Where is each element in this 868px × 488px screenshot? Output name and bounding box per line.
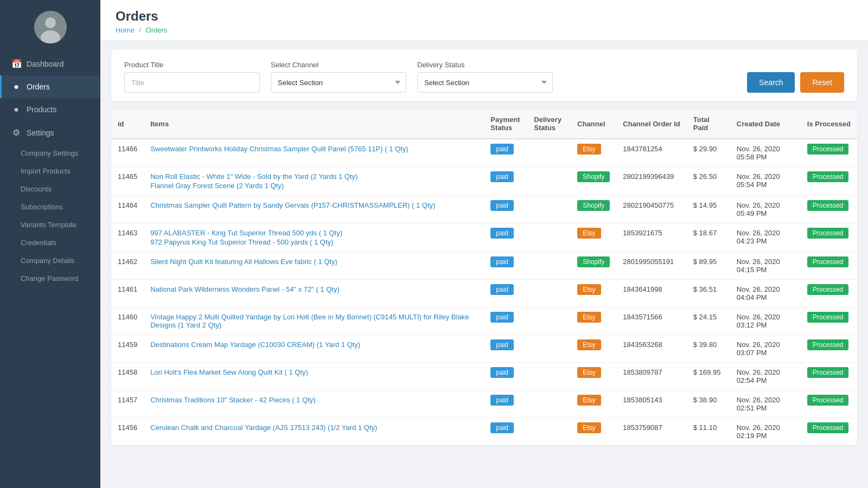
order-items: Vintage Happy 2 Multi Quilted Yardage by… xyxy=(144,307,484,335)
item-link[interactable]: 972 Papyrus King Tut Superior Thread - 5… xyxy=(150,238,477,246)
channel-badge-cell: Etsy xyxy=(571,307,616,335)
channel-order-id: 1843781254 xyxy=(616,139,686,167)
total-paid: $ 14.95 xyxy=(687,196,730,223)
is-processed: Processed xyxy=(801,139,857,167)
table-row: 11457 Christmas Traditions 10" Stacker -… xyxy=(111,390,857,418)
is-processed: Processed xyxy=(801,223,857,252)
sidebar-sub-company-settings[interactable]: Company Settings xyxy=(0,144,100,162)
sidebar-label-settings: Settings xyxy=(27,129,54,137)
channel-badge: Etsy xyxy=(577,312,601,323)
item-link[interactable]: Christmas Traditions 10" Stacker - 42 Pi… xyxy=(150,396,477,404)
channel-badge: Shopify xyxy=(577,200,610,211)
payment-status: paid xyxy=(484,252,527,280)
order-items: Christmas Traditions 10" Stacker - 42 Pi… xyxy=(144,390,484,418)
select-channel-label: Select Channel xyxy=(271,61,406,69)
item-link[interactable]: Flannel Gray Forest Scene (2 Yards 1 Qty… xyxy=(150,182,477,190)
items-cell: Christmas Sampler Quilt Pattern by Sandy… xyxy=(150,201,477,209)
sidebar-item-dashboard[interactable]: 📅 Dashboard xyxy=(0,52,100,75)
select-channel-dropdown[interactable]: Select Section xyxy=(271,72,406,93)
sidebar-item-settings[interactable]: ⚙ Settings xyxy=(0,121,100,144)
payment-badge: paid xyxy=(490,367,514,378)
filter-delivery-status: Delivery Status Select Section xyxy=(417,61,553,93)
product-title-label: Product Title xyxy=(124,61,260,69)
main-content: Orders Home / Orders Product Title Selec… xyxy=(100,0,868,488)
is-processed: Processed xyxy=(801,390,857,418)
payment-status: paid xyxy=(484,167,527,196)
item-link[interactable]: Vintage Happy 2 Multi Quilted Yardage by… xyxy=(150,313,477,329)
item-link[interactable]: Silent Night Quilt Kit featuring All Hal… xyxy=(150,258,477,266)
products-icon: ● xyxy=(11,105,21,114)
processed-badge: Processed xyxy=(807,395,849,406)
order-id: 11466 xyxy=(111,139,144,167)
channel-badge: Etsy xyxy=(577,339,601,350)
col-header-delivery: DeliveryStatus xyxy=(527,109,571,139)
processed-badge: Processed xyxy=(807,284,849,295)
order-items: Destinations Cream Map Yardage (C10030 C… xyxy=(144,335,484,363)
product-title-input[interactable] xyxy=(124,72,260,93)
orders-tbody: 11466 Sweetwater Printworks Holiday Chri… xyxy=(111,139,857,445)
sidebar-sub-subscriptions[interactable]: Subscriptions xyxy=(0,198,100,216)
order-items: Christmas Sampler Quilt Pattern by Sandy… xyxy=(144,196,484,223)
orders-table-container: id Items PaymentStatus DeliveryStatus Ch… xyxy=(111,109,857,445)
order-items: Sweetwater Printworks Holiday Christmas … xyxy=(144,139,484,167)
item-link[interactable]: Cerulean Chalk and Charcoal Yardage (AJS… xyxy=(150,423,477,432)
channel-order-id: 1853759087 xyxy=(616,418,686,446)
total-paid: $ 26.50 xyxy=(687,167,730,196)
sidebar-item-orders[interactable]: ● Orders xyxy=(0,75,100,98)
processed-badge: Processed xyxy=(807,200,849,211)
item-link[interactable]: Lori Holt's Flea Market Sew Along Quilt … xyxy=(150,368,477,376)
created-date: Nov. 26, 2020 04:04 PM xyxy=(730,280,801,307)
breadcrumb-home[interactable]: Home xyxy=(116,26,135,34)
col-header-created-date: Created Date xyxy=(730,109,801,139)
created-date: Nov. 26, 2020 04:15 PM xyxy=(730,252,801,280)
reset-button[interactable]: Reset xyxy=(800,72,844,93)
processed-badge: Processed xyxy=(807,144,849,155)
order-items: 997 ALABASTER - King Tut Superior Thread… xyxy=(144,223,484,252)
delivery-status xyxy=(527,418,571,446)
sidebar-sub-discounts[interactable]: Discounts xyxy=(0,180,100,198)
item-link[interactable]: Non Roll Elastic - White 1" Wide - Sold … xyxy=(150,172,477,181)
dashboard-icon: 📅 xyxy=(11,59,21,69)
item-link[interactable]: Sweetwater Printworks Holiday Christmas … xyxy=(150,145,477,153)
delivery-status xyxy=(527,196,571,223)
sidebar-sub-company-details[interactable]: Company Details xyxy=(0,252,100,269)
filter-actions: Search Reset xyxy=(747,72,844,93)
payment-badge: paid xyxy=(490,144,514,155)
orders-table: id Items PaymentStatus DeliveryStatus Ch… xyxy=(111,109,857,445)
total-paid: $ 24.15 xyxy=(687,307,730,335)
item-link[interactable]: Christmas Sampler Quilt Pattern by Sandy… xyxy=(150,201,477,209)
search-button[interactable]: Search xyxy=(747,72,795,93)
table-row: 11458 Lori Holt's Flea Market Sew Along … xyxy=(111,363,857,390)
sidebar-label-dashboard: Dashboard xyxy=(27,60,64,68)
created-date: Nov. 26, 2020 05:58 PM xyxy=(730,139,801,167)
delivery-status xyxy=(527,223,571,252)
sidebar-label-orders: Orders xyxy=(27,82,50,91)
sidebar-sub-credentials[interactable]: Credentials xyxy=(0,234,100,252)
table-row: 11462 Silent Night Quilt Kit featuring A… xyxy=(111,252,857,280)
order-id: 11457 xyxy=(111,390,144,418)
created-date: Nov. 26, 2020 02:19 PM xyxy=(730,418,801,446)
sidebar-sub-variants-template[interactable]: Variants Template xyxy=(0,216,100,234)
col-header-is-processed: Is Processed xyxy=(801,109,857,139)
delivery-status-dropdown[interactable]: Select Section xyxy=(417,72,553,93)
item-link[interactable]: Destinations Cream Map Yardage (C10030 C… xyxy=(150,341,477,349)
delivery-status xyxy=(527,252,571,280)
item-link[interactable]: 997 ALABASTER - King Tut Superior Thread… xyxy=(150,229,477,237)
breadcrumb-current[interactable]: Orders xyxy=(146,26,168,34)
sidebar-sub-import-products[interactable]: Import Products xyxy=(0,162,100,180)
total-paid: $ 39.80 xyxy=(687,335,730,363)
sidebar-sub-change-password[interactable]: Change Password xyxy=(0,269,100,287)
order-items: Lori Holt's Flea Market Sew Along Quilt … xyxy=(144,363,484,390)
order-id: 11459 xyxy=(111,335,144,363)
page-header: Orders Home / Orders xyxy=(100,0,868,41)
channel-order-id: 1853809787 xyxy=(616,363,686,390)
table-header: id Items PaymentStatus DeliveryStatus Ch… xyxy=(111,109,857,139)
is-processed: Processed xyxy=(801,363,857,390)
sidebar-item-products[interactable]: ● Products xyxy=(0,98,100,121)
filter-bar: Product Title Select Channel Select Sect… xyxy=(111,50,857,101)
table-row: 11466 Sweetwater Printworks Holiday Chri… xyxy=(111,139,857,167)
payment-status: paid xyxy=(484,418,527,446)
item-link[interactable]: National Park Wilderness Wonders Panel -… xyxy=(150,285,477,293)
channel-badge-cell: Etsy xyxy=(571,390,616,418)
total-paid: $ 36.51 xyxy=(687,280,730,307)
